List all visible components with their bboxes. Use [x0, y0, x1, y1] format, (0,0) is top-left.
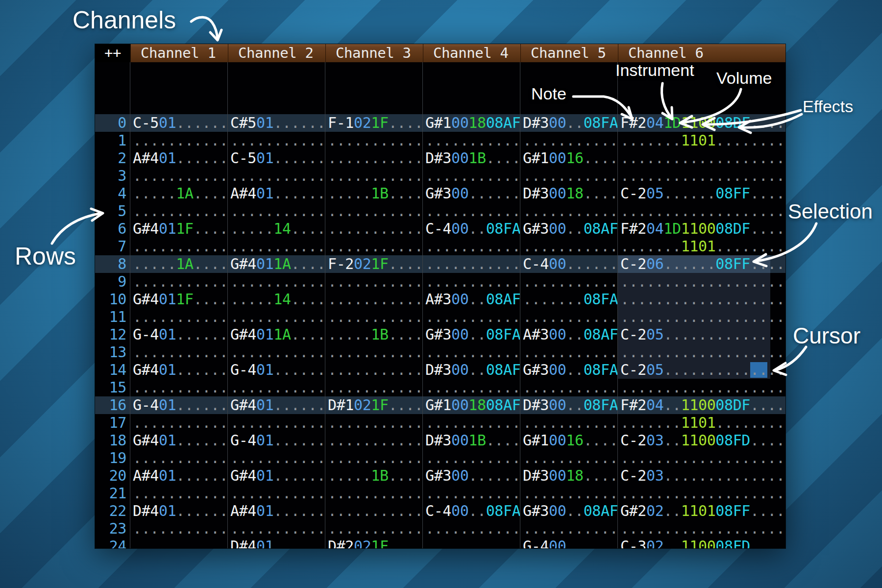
pattern-cell[interactable]: F#2041D110008DF....: [618, 114, 785, 132]
pattern-row[interactable]: 8.....1A....G#4011A....F-2021F..........…: [95, 255, 785, 273]
row-number[interactable]: 4: [95, 185, 130, 202]
pattern-cell[interactable]: ...........: [325, 432, 423, 449]
pattern-cell[interactable]: ...................: [618, 520, 785, 538]
pattern-cell[interactable]: ...........: [423, 167, 520, 185]
pattern-cell[interactable]: ...........: [325, 132, 423, 149]
pattern-cell[interactable]: ...........: [325, 502, 423, 520]
pattern-cell[interactable]: .......1101........: [618, 132, 785, 149]
pattern-row[interactable]: 2A#401......C-501.................D#3001…: [95, 149, 785, 167]
pattern-cell[interactable]: G-401......: [228, 361, 325, 379]
row-number[interactable]: 8: [95, 255, 130, 273]
pattern-cell[interactable]: ...........: [325, 485, 423, 502]
pattern-cell[interactable]: ...........: [130, 343, 228, 361]
pattern-cell[interactable]: A#401......: [130, 467, 228, 485]
pattern-cell[interactable]: C-203..............: [618, 467, 785, 485]
row-number[interactable]: 12: [95, 326, 130, 343]
pattern-cell[interactable]: A#300..08AF: [423, 291, 520, 308]
pattern-cell[interactable]: D#300..08FA: [520, 396, 618, 414]
pattern-cell[interactable]: ...........: [228, 379, 325, 396]
pattern-row[interactable]: 18G#401......G-401.................D#300…: [95, 432, 785, 449]
channel-header-4[interactable]: Channel 4: [423, 44, 520, 62]
pattern-cell[interactable]: G#401......: [228, 467, 325, 485]
pattern-cell[interactable]: ...........: [228, 273, 325, 291]
pattern-cell[interactable]: ...........: [520, 520, 618, 538]
channel-header-5[interactable]: Channel 5: [520, 44, 618, 62]
pattern-row[interactable]: 7.......................................…: [95, 238, 785, 255]
pattern-row[interactable]: 16G-401......G#401......D#1021F....G#100…: [95, 396, 785, 414]
pattern-cell[interactable]: G#10016....: [520, 432, 618, 449]
channel-header-2[interactable]: Channel 2: [228, 44, 325, 62]
pattern-cell[interactable]: D#3001B....: [423, 432, 520, 449]
pattern-cell[interactable]: G#401......: [228, 396, 325, 414]
row-number[interactable]: 9: [95, 273, 130, 291]
pattern-row[interactable]: 9.......................................…: [95, 273, 785, 291]
pattern-row[interactable]: 0C-501......C#501......F-1021F....G#1001…: [95, 114, 785, 132]
pattern-cell[interactable]: F-1021F....: [325, 114, 423, 132]
row-number[interactable]: 23: [95, 520, 130, 538]
pattern-cell[interactable]: ...........: [423, 343, 520, 361]
pattern-cell[interactable]: ...........: [520, 414, 618, 432]
row-number[interactable]: 14: [95, 361, 130, 379]
pattern-cell[interactable]: ...................: [618, 149, 785, 167]
pattern-cell[interactable]: A#401......: [228, 185, 325, 202]
pattern-row[interactable]: 20A#401......G#401...........1B....G#300…: [95, 467, 785, 485]
pattern-row[interactable]: 19......................................…: [95, 449, 785, 467]
pattern-cell[interactable]: D#30018....: [520, 467, 618, 485]
add-channel-button[interactable]: ++: [95, 44, 130, 62]
row-number[interactable]: 11: [95, 308, 130, 326]
pattern-row[interactable]: 6G#4011F.........14...............C-400.…: [95, 220, 785, 238]
pattern-cell[interactable]: ...........: [423, 202, 520, 220]
pattern-cell[interactable]: ...................: [618, 449, 785, 467]
pattern-row[interactable]: 4.....1A....A#401...........1B....G#300.…: [95, 185, 785, 202]
pattern-cell[interactable]: C-205..............: [618, 361, 785, 379]
pattern-cell[interactable]: ...........: [228, 449, 325, 467]
pattern-cell[interactable]: ...........: [325, 238, 423, 255]
pattern-cell[interactable]: D#401......: [228, 538, 325, 548]
pattern-cell[interactable]: G-400......: [520, 538, 618, 548]
pattern-cell[interactable]: .....1B....: [325, 185, 423, 202]
pattern-cell[interactable]: .......1101........: [618, 414, 785, 432]
pattern-cell[interactable]: G#300..08AF: [520, 220, 618, 238]
pattern-cell[interactable]: G#4011A....: [228, 255, 325, 273]
pattern-cell[interactable]: G#1001808AF: [423, 396, 520, 414]
row-number[interactable]: 15: [95, 379, 130, 396]
pattern-cell[interactable]: .....14....: [228, 220, 325, 238]
row-number[interactable]: 17: [95, 414, 130, 432]
pattern-cell[interactable]: .....14....: [228, 291, 325, 308]
pattern-cell[interactable]: G#300......: [423, 185, 520, 202]
pattern-cell[interactable]: G#4011F....: [130, 220, 228, 238]
pattern-cell[interactable]: F#2041D110008DF....: [618, 220, 785, 238]
pattern-row[interactable]: 17......................................…: [95, 414, 785, 432]
pattern-cell[interactable]: ...........: [130, 202, 228, 220]
pattern-cell[interactable]: C-501......: [228, 149, 325, 167]
row-number[interactable]: 13: [95, 343, 130, 361]
channel-header-6[interactable]: Channel 6: [618, 44, 785, 62]
row-number[interactable]: 6: [95, 220, 130, 238]
pattern-cell[interactable]: G#300..08FA: [423, 326, 520, 343]
pattern-cell[interactable]: C-205......08FF....: [618, 185, 785, 202]
pattern-cell[interactable]: ...........: [228, 167, 325, 185]
pattern-cell[interactable]: G#401......: [130, 361, 228, 379]
pattern-row[interactable]: 24...........D#401......D#2021F.........…: [95, 538, 785, 548]
pattern-row[interactable]: 3.......................................…: [95, 167, 785, 185]
pattern-row[interactable]: 10G#4011F.........14...............A#300…: [95, 291, 785, 308]
pattern-cell[interactable]: G#401......: [130, 432, 228, 449]
pattern-cell[interactable]: D#1021F....: [325, 396, 423, 414]
row-number[interactable]: 22: [95, 502, 130, 520]
pattern-cell[interactable]: D#3001B....: [423, 149, 520, 167]
pattern-cell[interactable]: .......08FA: [520, 291, 618, 308]
pattern-cell[interactable]: ...........: [520, 167, 618, 185]
pattern-cell[interactable]: .....1B....: [325, 326, 423, 343]
pattern-cell[interactable]: ...................: [618, 167, 785, 185]
pattern-cell[interactable]: ...........: [228, 485, 325, 502]
row-number[interactable]: 18: [95, 432, 130, 449]
pattern-cell[interactable]: ...........: [520, 308, 618, 326]
pattern-row[interactable]: 5.......................................…: [95, 202, 785, 220]
pattern-cell[interactable]: ...........: [130, 485, 228, 502]
pattern-cell[interactable]: ...........: [325, 449, 423, 467]
pattern-cell[interactable]: ...........: [325, 291, 423, 308]
pattern-cell[interactable]: A#401......: [130, 149, 228, 167]
pattern-cell[interactable]: ...........: [423, 132, 520, 149]
pattern-row[interactable]: 14G#401......G-401.................D#300…: [95, 361, 785, 379]
pattern-cell[interactable]: ...........: [423, 238, 520, 255]
